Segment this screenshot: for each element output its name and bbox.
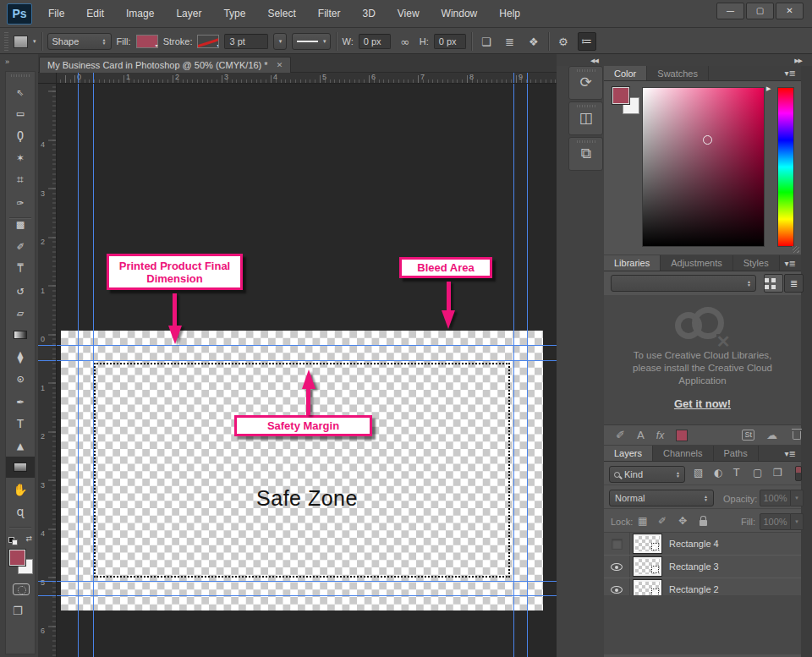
trash-icon[interactable]	[793, 431, 801, 440]
get-it-now-link[interactable]: Get it now!	[674, 397, 731, 410]
tab-layers-layers[interactable]: Layers	[604, 446, 653, 461]
lock-position-icon[interactable]: ✥	[678, 515, 687, 527]
tool-pen[interactable]: ✒	[7, 391, 34, 412]
tool-rectangle[interactable]	[6, 457, 35, 478]
tool-path-selection[interactable]: ▲	[7, 435, 34, 456]
menu-item-window[interactable]: Window	[431, 0, 489, 28]
default-colors-icon[interactable]: ⇄	[8, 534, 34, 546]
maximize-button[interactable]: ▢	[746, 3, 774, 19]
panel-menu-icon[interactable]: ▾≣	[785, 446, 796, 461]
guide-horizontal[interactable]	[57, 595, 557, 596]
menu-item-help[interactable]: Help	[488, 0, 531, 28]
menu-item-3d[interactable]: 3D	[351, 0, 386, 28]
path-arrangement-icon[interactable]: ❖	[524, 36, 543, 48]
tool-eyedropper[interactable]: ✑	[7, 191, 34, 212]
tool-move[interactable]: ⇖	[7, 80, 34, 101]
fill-color-icon[interactable]	[676, 430, 688, 441]
tab-lib-styles[interactable]: Styles	[733, 255, 780, 271]
dock-panel-button[interactable]: ⟳	[568, 66, 603, 100]
layer-row[interactable]: Rectangle 3	[604, 556, 801, 578]
library-select[interactable]: ▲▼	[611, 275, 756, 292]
layer-row[interactable]: Rectangle 4	[604, 533, 801, 556]
foreground-color-swatch[interactable]	[9, 550, 25, 566]
menu-item-layer[interactable]: Layer	[165, 0, 212, 28]
fill-swatch[interactable]: ▾	[136, 35, 158, 48]
tool-zoom[interactable]: ɋ	[7, 501, 34, 523]
eye-icon[interactable]	[611, 586, 623, 594]
canvas[interactable]: Safe Zone Printed Product Final Dimensio…	[57, 84, 557, 657]
adobe-stock-icon[interactable]: St	[742, 430, 754, 441]
tab-lib-libraries[interactable]: Libraries	[604, 255, 661, 271]
color-marker[interactable]	[703, 135, 712, 145]
menu-item-select[interactable]: Select	[256, 0, 306, 28]
tool-crop[interactable]: ⌗	[7, 169, 34, 190]
tool-hand[interactable]: ✋	[7, 479, 34, 501]
tool-magic-wand[interactable]: ✶	[7, 147, 34, 168]
filter-toggle-icon[interactable]	[795, 466, 802, 481]
width-field[interactable]: 0 px	[359, 34, 391, 49]
tool-clone-stamp[interactable]: ⍑	[7, 258, 34, 279]
tab-color-swatches[interactable]: Swatches	[647, 66, 709, 80]
guide-vertical[interactable]	[513, 84, 514, 657]
tool-eraser[interactable]: ▱	[7, 302, 34, 323]
guide-vertical[interactable]	[93, 84, 94, 657]
tool-blur[interactable]: ⧫	[7, 346, 34, 367]
tool-brush[interactable]: ✐	[7, 235, 34, 256]
tool-mode-select[interactable]: Shape ▲▼	[47, 33, 112, 50]
filter-shape-layers-icon[interactable]: ▢	[753, 467, 762, 479]
hue-slider[interactable]	[777, 87, 794, 247]
dock-panel-button[interactable]: ◫	[568, 101, 603, 135]
tool-type[interactable]: T	[7, 413, 34, 434]
stroke-style-select[interactable]: ▾	[292, 33, 331, 50]
stroke-width-field[interactable]: 3 pt	[224, 34, 268, 49]
tool-gradient[interactable]	[7, 324, 34, 345]
height-field[interactable]: 0 px	[434, 34, 466, 49]
character-style-icon[interactable]: A	[637, 429, 645, 441]
document-tab[interactable]: My Business Card in Photoshop @ 50% (CMY…	[39, 57, 291, 73]
horizontal-ruler[interactable]: 0123456789	[57, 73, 557, 84]
filter-adjustment-layers-icon[interactable]: ◐	[714, 467, 722, 479]
menu-item-view[interactable]: View	[387, 0, 431, 28]
panel-toggle-icon[interactable]: ≔	[578, 32, 596, 51]
document-close-icon[interactable]: ✕	[277, 61, 283, 69]
tools-collapse-icon[interactable]: »	[5, 57, 8, 66]
tool-lasso[interactable]: Ϙ	[7, 124, 34, 145]
visibility-toggle[interactable]	[604, 533, 630, 555]
blend-mode-select[interactable]: Normal ▲▼	[609, 490, 714, 506]
screen-mode-icon[interactable]: ❐	[13, 605, 23, 617]
path-alignment-icon[interactable]: ≣	[501, 36, 519, 48]
guide-vertical[interactable]	[527, 84, 528, 657]
menu-item-image[interactable]: Image	[115, 0, 165, 28]
stroke-swatch[interactable]: ▾	[197, 35, 219, 48]
fill-arrow-icon[interactable]: ▼	[791, 513, 804, 530]
foreground-color-swatch[interactable]	[612, 87, 629, 104]
tool-spot-healing-brush[interactable]: ▩	[7, 213, 34, 234]
vertical-ruler[interactable]: 43210123456	[38, 84, 57, 657]
filter-smart-objects-icon[interactable]: ❐	[773, 467, 782, 479]
panel-menu-icon[interactable]: ▾≣	[785, 66, 796, 80]
resize-grip[interactable]	[793, 246, 799, 253]
fill-value[interactable]: 100%	[760, 513, 791, 530]
opacity-arrow-icon[interactable]: ▼	[791, 490, 804, 506]
tool-preset-icon[interactable]	[14, 36, 28, 48]
layer-thumbnail[interactable]	[634, 534, 661, 553]
eye-icon[interactable]	[611, 563, 623, 571]
guide-vertical[interactable]	[78, 84, 79, 657]
tab-color-color[interactable]: Color	[604, 66, 647, 80]
tool-preset-arrow-icon[interactable]: ▾	[33, 38, 36, 45]
tab-layers-paths[interactable]: Paths	[714, 446, 759, 461]
eye-hidden-icon[interactable]	[612, 539, 623, 550]
tab-layers-channels[interactable]: Channels	[653, 446, 713, 461]
list-view-button[interactable]: ≣	[784, 274, 804, 293]
tool-rectangular-marquee[interactable]: ▭	[7, 102, 34, 123]
minimize-button[interactable]: —	[716, 3, 744, 19]
quick-mask-icon[interactable]	[13, 583, 30, 595]
lock-image-icon[interactable]: ✐	[658, 515, 667, 527]
menu-item-type[interactable]: Type	[212, 0, 256, 28]
stroke-width-arrow[interactable]: ▾	[273, 33, 287, 50]
panel-menu-icon[interactable]: ▾≣	[785, 255, 796, 271]
options-grip[interactable]	[4, 32, 8, 51]
menu-item-edit[interactable]: Edit	[75, 0, 115, 28]
guide-horizontal[interactable]	[57, 345, 557, 346]
dock-panel-button[interactable]: ⧉	[568, 137, 603, 171]
